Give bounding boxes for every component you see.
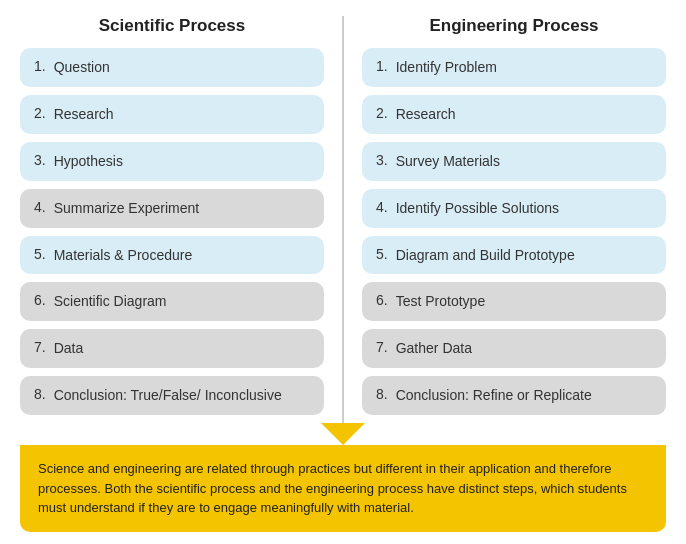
step-number: 8. (34, 386, 46, 402)
step-text: Identify Possible Solutions (396, 199, 652, 218)
step-number: 3. (376, 152, 388, 168)
step-text: Identify Problem (396, 58, 652, 77)
scientific-step-8: 8.Conclusion: True/False/ Inconclusive (20, 376, 324, 415)
step-text: Question (54, 58, 310, 77)
engineering-process-header: Engineering Process (362, 16, 666, 36)
main-container: Scientific Process 1.Question2.Research3… (0, 0, 686, 532)
step-number: 2. (376, 105, 388, 121)
scientific-step-2: 2.Research (20, 95, 324, 134)
step-text: Test Prototype (396, 292, 652, 311)
scientific-step-6: 6.Scientific Diagram (20, 282, 324, 321)
engineering-process-steps: 1.Identify Problem2.Research3.Survey Mat… (362, 48, 666, 423)
columns-layout: Scientific Process 1.Question2.Research3… (20, 16, 666, 423)
step-text: Data (54, 339, 310, 358)
step-number: 5. (34, 246, 46, 262)
step-number: 2. (34, 105, 46, 121)
step-text: Hypothesis (54, 152, 310, 171)
scientific-step-5: 5.Materials & Procedure (20, 236, 324, 275)
step-number: 7. (34, 339, 46, 355)
step-number: 3. (34, 152, 46, 168)
step-number: 1. (34, 58, 46, 74)
step-number: 7. (376, 339, 388, 355)
step-number: 8. (376, 386, 388, 402)
step-text: Conclusion: True/False/ Inconclusive (54, 386, 310, 405)
step-text: Gather Data (396, 339, 652, 358)
step-text: Materials & Procedure (54, 246, 310, 265)
engineering-step-6: 6.Test Prototype (362, 282, 666, 321)
engineering-step-1: 1.Identify Problem (362, 48, 666, 87)
scientific-step-1: 1.Question (20, 48, 324, 87)
scientific-step-3: 3.Hypothesis (20, 142, 324, 181)
step-number: 1. (376, 58, 388, 74)
scientific-process-steps: 1.Question2.Research3.Hypothesis4.Summar… (20, 48, 324, 423)
step-text: Conclusion: Refine or Replicate (396, 386, 652, 405)
step-number: 4. (376, 199, 388, 215)
engineering-step-3: 3.Survey Materials (362, 142, 666, 181)
scientific-process-header: Scientific Process (20, 16, 324, 36)
step-text: Research (396, 105, 652, 124)
step-number: 6. (376, 292, 388, 308)
step-number: 6. (34, 292, 46, 308)
step-text: Summarize Experiment (54, 199, 310, 218)
engineering-step-4: 4.Identify Possible Solutions (362, 189, 666, 228)
step-text: Survey Materials (396, 152, 652, 171)
engineering-step-7: 7.Gather Data (362, 329, 666, 368)
engineering-step-8: 8.Conclusion: Refine or Replicate (362, 376, 666, 415)
scientific-process-column: Scientific Process 1.Question2.Research3… (20, 16, 344, 423)
step-number: 5. (376, 246, 388, 262)
step-text: Diagram and Build Prototype (396, 246, 652, 265)
scientific-step-7: 7.Data (20, 329, 324, 368)
footer-note: Science and engineering are related thro… (20, 445, 666, 532)
step-number: 4. (34, 199, 46, 215)
arrow-divider (20, 423, 666, 445)
step-text: Research (54, 105, 310, 124)
engineering-step-2: 2.Research (362, 95, 666, 134)
engineering-process-column: Engineering Process 1.Identify Problem2.… (344, 16, 666, 423)
arrow-down-icon (321, 423, 365, 445)
engineering-step-5: 5.Diagram and Build Prototype (362, 236, 666, 275)
bottom-section: Science and engineering are related thro… (20, 423, 666, 532)
step-text: Scientific Diagram (54, 292, 310, 311)
scientific-step-4: 4.Summarize Experiment (20, 189, 324, 228)
